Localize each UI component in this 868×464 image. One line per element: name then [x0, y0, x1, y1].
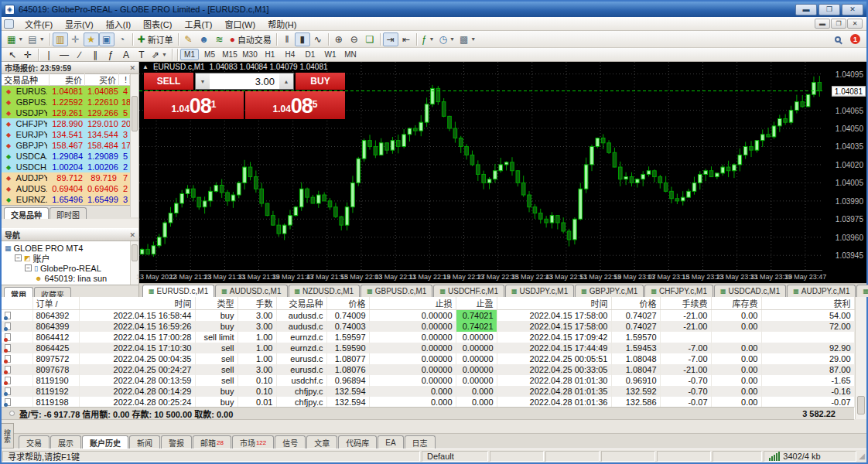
chart-tab[interactable]: ▦EURUSD.c,M1	[142, 285, 214, 297]
text-label-icon[interactable]: T	[134, 48, 149, 62]
chart-plot[interactable]: ▲ EURUSD.c,M1 1.04083 1.04084 1.04079 1.…	[139, 62, 822, 270]
chart-tab[interactable]: ▦USDJPY.c,M1	[505, 285, 574, 297]
column-header[interactable]: !	[119, 75, 130, 84]
text-icon[interactable]: A	[118, 48, 134, 62]
menu-item-f[interactable]: 文件(F)	[19, 19, 59, 30]
chart-tab[interactable]: ▦USDCHF.c,M1	[433, 285, 504, 297]
indicators-icon[interactable]: ƒ▼	[419, 32, 437, 46]
chart-close-button[interactable]: ✕	[847, 19, 863, 29]
terminal-tab[interactable]: 信号	[275, 435, 306, 449]
price-axis[interactable]: 1.040951.040651.040501.040351.040201.040…	[823, 62, 866, 270]
chart-tab[interactable]: ▦NZDUSD.c,M1	[289, 285, 361, 297]
order-row[interactable]: 80644252022.04.15 17:10:30sell1.00eurnzd…	[2, 343, 854, 353]
market-watch-row[interactable]: ◆GBPUS...1.225921.2261018	[2, 97, 138, 107]
market-watch-row[interactable]: ◆CHFJPY.c128.990129.01020	[2, 118, 138, 129]
close-icon[interactable]: ✕	[129, 231, 135, 239]
menu-item-t[interactable]: 工具(T)	[178, 19, 218, 30]
order-row[interactable]: 81191922022.04.28 00:14:29buy0.10chfjpy.…	[2, 386, 854, 397]
terminal-tab[interactable]: 新闻	[129, 435, 160, 449]
terminal-tab[interactable]: 警报	[161, 435, 192, 449]
volume-up-icon[interactable]: ▲	[279, 73, 293, 89]
vertical-line-icon[interactable]: |	[41, 48, 56, 62]
terminal-tab[interactable]: 日志	[405, 435, 436, 449]
table-scrollbar[interactable]	[855, 297, 866, 419]
column-header[interactable]: 时间	[79, 297, 195, 310]
signals-icon[interactable]: ≋	[212, 32, 227, 46]
market-watch-icon[interactable]: ▥	[53, 32, 68, 46]
terminal-tab[interactable]: 交易	[19, 435, 50, 449]
column-header[interactable]: 止损	[369, 297, 456, 310]
bar-chart-icon[interactable]: ‖	[279, 32, 295, 46]
sell-price-button[interactable]: 1.04081	[144, 91, 244, 119]
terminal-tab[interactable]: 市场122	[232, 435, 274, 449]
order-row[interactable]: 81191902022.04.28 00:13:59sell0.10usdchf…	[2, 375, 854, 386]
tree-item[interactable]: −◩账户	[2, 253, 138, 263]
time-axis[interactable]: 13 May 202213 May 21:2313 May 21:3113 Ma…	[139, 270, 822, 283]
buy-price-button[interactable]: 1.04085	[245, 91, 345, 119]
minimize-button[interactable]: ▬	[795, 4, 817, 15]
column-header[interactable]: 价格	[611, 297, 660, 310]
new-chart-icon[interactable]: ▦▼	[5, 32, 26, 46]
buy-button[interactable]: BUY	[296, 73, 345, 90]
column-header[interactable]: 手续费	[660, 297, 711, 310]
column-header[interactable]: 类型	[195, 297, 238, 310]
auto-scroll-icon[interactable]: ⇥	[383, 32, 398, 46]
market-watch-row[interactable]: ◆AUDUS...0.694040.694062	[2, 183, 138, 194]
tree-item[interactable]: ▦GLOBE PRO MT4	[2, 243, 138, 253]
candle-chart-icon[interactable]: ▮	[295, 32, 310, 46]
market-watch-row[interactable]: ◆USDCA...1.290841.290895	[2, 151, 138, 162]
column-header[interactable]: 交易品种	[276, 297, 326, 310]
terminal-tab[interactable]: 展示	[50, 435, 81, 449]
chart-tab[interactable]: ▦NZDJPY.c,M1	[856, 285, 868, 297]
new-order-icon[interactable]: ✚新订单	[135, 32, 176, 46]
expander-icon[interactable]: −	[25, 264, 32, 271]
line-chart-icon[interactable]: ∿	[310, 32, 326, 46]
timeframe-button-h1[interactable]: H1	[261, 49, 279, 60]
market-watch-row[interactable]: ◆EURUS...1.040811.040854	[2, 86, 138, 97]
zoom-in-icon[interactable]: ⊕	[331, 32, 347, 46]
market-watch-row[interactable]: ◆EURJPY.c134.541134.5443	[2, 129, 138, 140]
chart-tab[interactable]: ▦CHFJPY.c,M1	[644, 285, 713, 297]
chart-tab[interactable]: ▦AUDUSD.c,M1	[215, 285, 287, 297]
search-icon[interactable]	[830, 32, 846, 46]
timeframe-button-w1[interactable]: W1	[321, 49, 340, 60]
volume-value[interactable]: 3.00	[210, 76, 279, 87]
volume-down-icon[interactable]: ▼	[196, 73, 210, 89]
periods-icon[interactable]: ◷▼	[437, 32, 457, 46]
tree-item[interactable]: ☻645019: lina sun	[2, 273, 138, 283]
market-watch-row[interactable]: ◆GBPJPY.c158.467158.48417	[2, 140, 138, 151]
chart-tab[interactable]: ▦GBPUSD.c,M1	[361, 285, 432, 297]
navigator-icon[interactable]: ★	[84, 32, 99, 46]
metaeditor-icon[interactable]: ✎	[181, 32, 196, 46]
arrows-icon[interactable]: ⇗▼	[149, 48, 169, 62]
horizontal-line-icon[interactable]: —	[56, 48, 72, 62]
order-row[interactable]: 81191982022.04.28 00:25:24buy0.01chfjpy.…	[2, 397, 854, 408]
chart-tab[interactable]: ▦USDCAD.c,M1	[714, 285, 786, 297]
timeframe-button-m15[interactable]: M15	[220, 49, 239, 60]
market-watch-row[interactable]: ◆EURNZ...1.654961.654993	[2, 194, 138, 205]
notifications-icon[interactable]: 1	[850, 34, 860, 44]
table-header-row[interactable]: 订单 /时间类型手数交易品种价格止损止盈时间价格手续费库存费获利	[2, 297, 854, 310]
status-profile[interactable]: Default	[422, 451, 488, 462]
terminal-tab[interactable]: 代码库	[338, 435, 377, 449]
column-header[interactable]: 卖价	[50, 73, 85, 86]
order-row[interactable]: 80975722022.04.25 00:04:35sell1.00eurusd…	[2, 353, 854, 364]
market-watch-tab[interactable]: 即时图	[50, 207, 87, 219]
equidistant-channel-icon[interactable]: ∥	[87, 48, 103, 62]
search-side-tab[interactable]: 搜索	[2, 423, 14, 449]
data-window-icon[interactable]: ✛	[68, 32, 84, 46]
chart-shift-icon[interactable]: ⇤	[398, 32, 414, 46]
market-watch-tab[interactable]: 交易品种	[4, 207, 49, 219]
chart-restore-button[interactable]: ❐	[831, 19, 846, 29]
menu-item-h[interactable]: 帮助(H)	[261, 19, 302, 30]
order-row[interactable]: 80644122022.04.15 17:00:28sell limit1.00…	[2, 332, 854, 343]
chart-tab[interactable]: ▦AUDJPY.c,M1	[787, 285, 856, 297]
terminal-tab[interactable]: 文章	[306, 435, 337, 449]
timeframe-button-h4[interactable]: H4	[281, 49, 299, 60]
market-watch-scrollbar[interactable]	[130, 74, 138, 217]
chart-window-icon[interactable]	[4, 19, 14, 29]
autotrading-icon[interactable]: ●自动交易	[227, 32, 274, 46]
column-header[interactable]: 时间	[497, 297, 611, 310]
timeframe-button-m5[interactable]: M5	[200, 49, 219, 60]
chart-minimize-button[interactable]: ▬	[815, 19, 830, 29]
